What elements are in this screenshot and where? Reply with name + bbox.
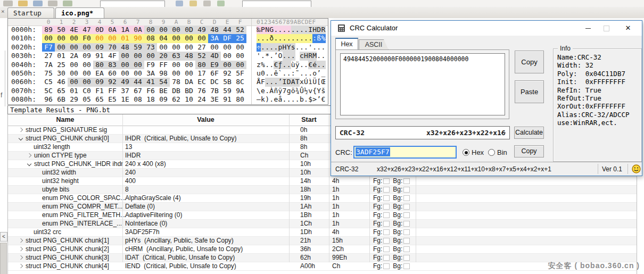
column-header-start[interactable]: Start <box>289 116 329 123</box>
hex-byte[interactable]: 48 <box>208 26 221 34</box>
ascii-char[interactable]: s <box>291 43 295 52</box>
hex-byte[interactable]: 00 <box>234 52 246 60</box>
hex-editor-panel[interactable]: 0123456789ABCDEF 0123456789ABCDEF 0000h:… <box>7 18 328 105</box>
ascii-char[interactable]: v <box>308 87 312 95</box>
hex-byte[interactable]: 5F <box>234 69 246 78</box>
hex-byte[interactable]: 6B <box>55 95 68 104</box>
ascii-char[interactable]: ‰ <box>257 26 261 34</box>
tab-ascii[interactable]: ASCII <box>359 39 389 50</box>
ascii-char[interactable]: . <box>265 78 269 86</box>
ascii-char[interactable]: . <box>278 26 282 34</box>
ascii-char[interactable]: \ <box>257 87 261 95</box>
toolbar-icon[interactable] <box>3 1 13 6</box>
toolbar-icon[interactable] <box>176 1 183 6</box>
ascii-char[interactable]: . <box>295 26 300 34</box>
ascii-char[interactable]: T <box>295 78 300 86</box>
paste-button[interactable]: Paste <box>515 80 544 103</box>
hex-byte[interactable]: 67 <box>131 87 144 95</box>
ascii-char[interactable]: . <box>291 34 295 43</box>
ascii-char[interactable]: _ <box>321 69 325 78</box>
ascii-char[interactable]: . <box>287 26 291 34</box>
ascii-char[interactable]: ÿ <box>295 61 300 69</box>
hex-byte[interactable]: 00 <box>183 43 195 52</box>
ascii-char[interactable]: ` <box>278 69 282 78</box>
expand-arrow-icon[interactable] <box>19 255 23 260</box>
toolbar-icon[interactable] <box>63 1 72 6</box>
radio-bin[interactable] <box>488 149 495 156</box>
bg-color-swatch[interactable] <box>403 187 410 193</box>
hex-byte[interactable]: 27 <box>195 43 208 52</box>
hex-byte[interactable]: 00 <box>221 52 234 60</box>
hex-byte[interactable]: 44 <box>221 26 234 34</box>
column-separator[interactable] <box>329 114 329 126</box>
ascii-char[interactable]: . <box>287 95 291 104</box>
ascii-char[interactable]: ß <box>317 34 321 43</box>
bg-color-swatch[interactable] <box>403 212 410 218</box>
hex-byte[interactable]: 8C <box>234 78 246 86</box>
ascii-char[interactable]: . <box>304 34 308 43</box>
ascii-char[interactable]: b <box>300 95 304 104</box>
ascii-char[interactable]: . <box>300 34 304 43</box>
copy-result-button[interactable]: Copy <box>514 145 544 157</box>
hex-byte[interactable]: 09 <box>93 43 106 52</box>
fg-color-swatch[interactable] <box>383 204 390 210</box>
hex-byte[interactable]: 00 <box>80 69 93 78</box>
fg-color-swatch[interactable] <box>383 255 390 261</box>
hex-byte[interactable]: 76 <box>195 87 208 95</box>
ascii-char[interactable]: Û <box>300 87 304 95</box>
hex-byte[interactable]: 48 <box>183 52 195 60</box>
fg-color-swatch[interactable] <box>383 229 390 235</box>
ascii-char[interactable]: e <box>274 95 278 104</box>
ascii-char[interactable]: { <box>312 87 317 95</box>
bg-color-swatch[interactable] <box>403 255 410 261</box>
fg-color-swatch[interactable] <box>383 238 390 244</box>
calculate-button[interactable]: Calculate <box>514 127 544 139</box>
hex-byte[interactable]: DA <box>183 78 195 86</box>
hex-byte[interactable]: 30 <box>55 69 68 78</box>
hex-byte[interactable]: DC <box>208 78 221 86</box>
hex-byte[interactable]: 80 <box>195 61 208 69</box>
template-row[interactable]: enum PNG_INTERLACE_...NoInterlace (0)1Ch… <box>8 220 637 228</box>
hex-byte[interactable]: 00 <box>68 34 80 43</box>
fg-color-swatch[interactable] <box>383 246 390 252</box>
template-row[interactable]: enum PNG_COMPR_MET...Deflate (0)1Ah1hFg:… <box>8 203 637 211</box>
hex-byte[interactable]: 96 <box>42 95 55 104</box>
hex-byte[interactable]: 27 <box>42 52 55 60</box>
hex-byte[interactable]: 9A <box>234 87 246 95</box>
ascii-char[interactable]: . <box>283 34 287 43</box>
hex-byte[interactable]: 49 <box>119 78 131 86</box>
ascii-char[interactable]: . <box>295 95 300 104</box>
hex-byte[interactable]: 7B <box>208 87 221 95</box>
hex-byte[interactable]: 00 <box>234 61 246 69</box>
hex-byte[interactable]: 00 <box>157 43 170 52</box>
ascii-char[interactable]: . <box>317 43 321 52</box>
hex-byte[interactable]: 00 <box>170 69 183 78</box>
hex-byte[interactable]: 65 <box>55 87 68 95</box>
hex-byte[interactable]: 00 <box>68 61 80 69</box>
hex-byte[interactable]: 41 <box>144 78 157 86</box>
ascii-char[interactable]: ’ <box>317 95 321 104</box>
save-icon[interactable] <box>33 1 43 6</box>
ascii-char[interactable]: . <box>269 78 274 86</box>
bg-color-swatch[interactable] <box>403 195 410 201</box>
ascii-char[interactable]: . <box>269 43 274 52</box>
maximize-button[interactable] <box>597 21 615 36</box>
hex-byte[interactable]: EA <box>93 69 106 78</box>
column-header-value[interactable]: Value <box>122 116 289 123</box>
hex-byte[interactable]: 00 <box>221 61 234 69</box>
hex-byte[interactable]: 17 <box>195 69 208 78</box>
hex-byte[interactable]: 5C <box>42 87 55 95</box>
hex-byte[interactable]: 05 <box>80 95 93 104</box>
ascii-char[interactable]: : <box>291 69 295 78</box>
hex-byte[interactable]: 59 <box>221 87 234 95</box>
ascii-char[interactable]: . <box>265 43 269 52</box>
hex-byte[interactable]: 00 <box>68 69 80 78</box>
ascii-char[interactable]: . <box>291 52 295 60</box>
hex-byte[interactable]: 18 <box>144 95 157 104</box>
hex-byte[interactable]: 1E <box>119 95 131 104</box>
hex-byte[interactable]: 50 <box>55 26 68 34</box>
toolbar-icon[interactable] <box>217 1 225 6</box>
ascii-char[interactable]: F <box>261 78 265 86</box>
hex-byte[interactable]: F6 <box>144 87 157 95</box>
ascii-char[interactable]: H <box>283 43 287 52</box>
